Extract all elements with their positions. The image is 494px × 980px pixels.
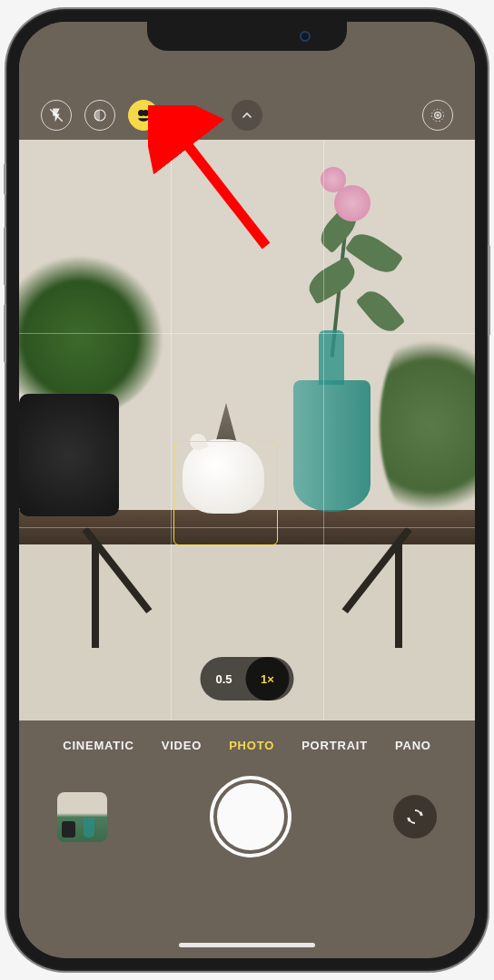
composition-grid-line [323, 140, 324, 720]
scene-plant-left [19, 244, 157, 516]
zoom-control: 0.5 1× [201, 657, 294, 701]
mode-pano[interactable]: PANO [395, 739, 431, 752]
night-mode-button[interactable] [84, 100, 115, 131]
camera-app-screen: 0.5 1× CINEMATIC VIDEO PHOTO PORTRAIT PA… [19, 22, 475, 958]
zoom-1x-button[interactable]: 1× [246, 657, 290, 701]
flip-camera-button[interactable] [393, 795, 437, 838]
camera-flip-icon [404, 806, 426, 828]
volume-down-button [4, 304, 6, 363]
shelf-bracket [373, 544, 428, 648]
composition-grid-line [171, 140, 172, 720]
night-mode-icon [92, 107, 108, 123]
mode-cinematic[interactable]: CINEMATIC [63, 739, 133, 752]
mode-photo[interactable]: PHOTO [229, 739, 274, 752]
iphone-device-frame: 0.5 1× CINEMATIC VIDEO PHOTO PORTRAIT PA… [6, 9, 488, 971]
expand-controls-button[interactable] [232, 100, 262, 131]
power-button [488, 245, 490, 336]
home-indicator[interactable] [179, 943, 315, 947]
device-notch [147, 22, 347, 51]
svg-point-8 [437, 113, 440, 116]
live-photo-button[interactable] [422, 100, 453, 131]
camera-viewfinder[interactable]: 0.5 1× [19, 140, 475, 720]
chevron-up-icon [240, 108, 254, 122]
flash-off-icon [48, 107, 64, 123]
mode-portrait[interactable]: PORTRAIT [301, 739, 368, 752]
live-photo-icon [429, 106, 447, 124]
front-camera-lens [300, 31, 311, 42]
shutter-button[interactable] [213, 779, 288, 854]
svg-point-5 [143, 110, 149, 116]
zoom-wide-button[interactable]: 0.5 [205, 662, 243, 696]
capture-mode-selector[interactable]: CINEMATIC VIDEO PHOTO PORTRAIT PANO [19, 720, 475, 752]
shelf-bracket [66, 544, 121, 648]
last-photo-thumbnail[interactable] [57, 792, 107, 842]
camera-bottom-controls: CINEMATIC VIDEO PHOTO PORTRAIT PANO [19, 720, 475, 956]
photographic-styles-icon [134, 106, 153, 124]
scene-vase [293, 326, 370, 512]
volume-up-button [4, 227, 6, 286]
flash-toggle-button[interactable] [41, 100, 72, 131]
mode-video[interactable]: VIDEO [162, 739, 202, 752]
mute-switch [4, 163, 6, 195]
photographic-styles-button[interactable] [128, 100, 159, 131]
composition-grid-line [19, 333, 475, 334]
focus-indicator-box [173, 441, 278, 545]
